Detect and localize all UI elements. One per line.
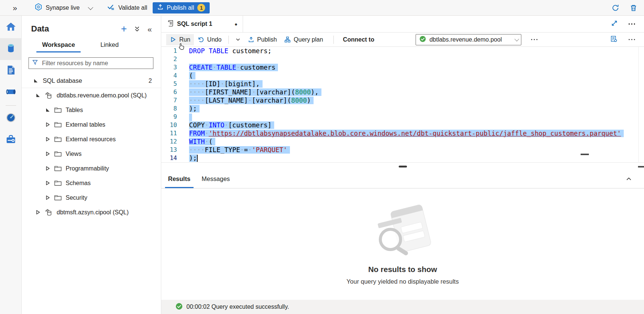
- code-line-1[interactable]: 1DROP TABLE customers;: [161, 47, 644, 55]
- chevron-up-icon[interactable]: [626, 176, 632, 184]
- collapsed-triangle-icon[interactable]: [45, 137, 50, 142]
- code-line-5[interactable]: 5····[ID]·[bigint],: [161, 80, 644, 88]
- code-line-4[interactable]: 4(: [161, 72, 644, 80]
- toolbar-overflow-icon[interactable]: [627, 37, 637, 42]
- double-chevron-down-icon[interactable]: [134, 26, 140, 32]
- panel-splitter[interactable]: [161, 162, 644, 170]
- undo-button[interactable]: Undo: [194, 34, 225, 45]
- empty-results-title: No results to show: [368, 265, 437, 274]
- tree-item-tables[interactable]: Tables: [22, 103, 161, 117]
- tree-root-sql-database[interactable]: SQL database 2: [22, 74, 161, 88]
- rail-item-develop[interactable]: [0, 60, 22, 82]
- integrate-pipeline-icon: [5, 87, 17, 98]
- sql-script-icon: [167, 19, 174, 28]
- tree-item-schemas[interactable]: Schemas: [22, 176, 161, 190]
- discard-trash-icon[interactable]: [630, 4, 637, 12]
- tab-linked[interactable]: Linked: [90, 39, 129, 52]
- tab-results[interactable]: Results: [165, 175, 194, 188]
- code-text: (: [177, 72, 195, 80]
- rail-item-home[interactable]: [0, 16, 22, 38]
- collapsed-triangle-icon[interactable]: [45, 166, 50, 171]
- rail-item-integrate[interactable]: [0, 82, 22, 103]
- validate-all-label: Validate all: [118, 4, 147, 11]
- tree-item-external-tables[interactable]: External tables: [22, 117, 161, 132]
- publish-all-label: Publish all: [167, 4, 194, 11]
- code-line-14[interactable]: 14);: [161, 154, 644, 162]
- tab-messages[interactable]: Messages: [199, 175, 233, 188]
- tree-item-label: dbtmsft.azsyn.cipool (SQL): [57, 209, 129, 216]
- folder-icon: [54, 165, 62, 172]
- tree-item-dbtlabs-revenue-demo-pool-sql[interactable]: dbtlabs.revenue.demo.pool (SQL): [22, 88, 161, 103]
- expanded-triangle-icon[interactable]: [45, 108, 50, 112]
- publish-button[interactable]: Publish: [244, 34, 281, 45]
- code-line-3[interactable]: 3CREATE·TABLE·customers: [161, 63, 644, 72]
- expanded-triangle-icon[interactable]: [35, 94, 41, 97]
- collapsed-triangle-icon[interactable]: [45, 181, 50, 185]
- rail-divider: [6, 105, 16, 106]
- code-line-8[interactable]: 8);: [161, 105, 644, 113]
- results-body: No results to show Your query yielded no…: [161, 188, 644, 300]
- rail-item-monitor[interactable]: [0, 108, 22, 129]
- code-line-7[interactable]: 7····[LAST_NAME]·[varchar](8000): [161, 96, 644, 105]
- collapsed-triangle-icon[interactable]: [45, 195, 50, 200]
- sql-code-editor[interactable]: 1DROP TABLE customers;23CREATE·TABLE·cus…: [161, 47, 644, 162]
- collapsed-triangle-icon[interactable]: [35, 210, 41, 215]
- tree-item-programmability[interactable]: Programmability: [22, 161, 161, 176]
- expand-editor-icon[interactable]: [611, 20, 617, 28]
- rail-item-manage[interactable]: [0, 129, 22, 151]
- panel-title: Data: [31, 24, 49, 34]
- code-line-6[interactable]: 6····[FIRST_NAME]·[varchar](8000),: [161, 88, 644, 96]
- splitter-drag-handle[interactable]: [399, 166, 407, 167]
- filter-resources-input[interactable]: [41, 60, 150, 67]
- tree-item-views[interactable]: Views: [22, 147, 161, 161]
- query-plan-button[interactable]: Query plan: [281, 34, 327, 45]
- query-plan-label: Query plan: [294, 36, 323, 43]
- code-line-12[interactable]: 12WITH·(: [161, 138, 644, 146]
- line-number: 13: [161, 146, 177, 154]
- run-label: Run: [179, 36, 190, 43]
- code-line-10[interactable]: 10COPY·INTO·[customers]: [161, 121, 644, 129]
- validate-all-button[interactable]: Validate all: [107, 3, 147, 12]
- connected-check-icon: [419, 36, 426, 44]
- collapse-panel-icon[interactable]: «: [147, 25, 152, 33]
- develop-document-icon: [6, 64, 16, 77]
- collapsed-triangle-icon[interactable]: [45, 122, 50, 127]
- code-line-11[interactable]: 11FROM·'https://dbtlabsynapsedatalake.bl…: [161, 129, 644, 138]
- pool-selector-dropdown[interactable]: dbtlabs.revenue.demo.pool: [416, 34, 521, 45]
- status-message: 00:00:02 Query executed successfully.: [186, 304, 289, 310]
- code-line-2[interactable]: 2: [161, 55, 644, 63]
- environment-label: Synapse live: [46, 4, 80, 11]
- environment-selector[interactable]: Synapse live: [35, 3, 92, 12]
- add-resource-button[interactable]: +: [121, 25, 127, 33]
- tree-item-dbtmsft-azsyn-cipool-sql[interactable]: dbtmsft.azsyn.cipool (SQL): [22, 205, 161, 220]
- top-command-bar: » Synapse live Validate all Publish all …: [0, 0, 644, 16]
- tree-item-external-resources[interactable]: External resources: [22, 132, 161, 147]
- run-options-chevron[interactable]: [232, 35, 244, 44]
- script-settings-icon[interactable]: [610, 35, 617, 44]
- tab-sql-script-1[interactable]: SQL script 1 ●: [161, 16, 243, 32]
- chevron-down-icon: [514, 37, 519, 42]
- tree-root-label: SQL database: [43, 77, 82, 84]
- line-number: 4: [161, 72, 177, 80]
- rail-item-data[interactable]: [0, 38, 22, 60]
- code-text: DROP TABLE customers;: [177, 47, 272, 55]
- run-button[interactable]: Run: [166, 34, 194, 45]
- toolbar-more-icon[interactable]: [530, 37, 539, 42]
- editor-scrollbar-mark[interactable]: [581, 154, 589, 155]
- publish-all-button[interactable]: Publish all 1: [153, 2, 210, 13]
- tree-item-security[interactable]: Security: [22, 190, 161, 205]
- folder-icon: [54, 194, 62, 201]
- refresh-icon[interactable]: [612, 4, 619, 12]
- code-text: ····[FIRST_NAME]·[varchar](8000),: [177, 88, 321, 96]
- code-text: [177, 55, 189, 63]
- collapsed-triangle-icon[interactable]: [45, 151, 50, 156]
- tab-more-icon[interactable]: [627, 22, 637, 26]
- expand-menu-icon[interactable]: »: [13, 4, 17, 12]
- code-line-13[interactable]: 13····FILE_TYPE·=·'PARQUET': [161, 146, 644, 154]
- code-line-9[interactable]: 9: [161, 113, 644, 121]
- sql-pool-database-icon: [44, 208, 53, 217]
- expanded-triangle-icon[interactable]: [33, 79, 38, 82]
- tab-workspace[interactable]: Workspace: [36, 39, 81, 52]
- splitter-scroll-mark: [638, 166, 644, 167]
- magnifier-empty-illustration: [371, 197, 435, 261]
